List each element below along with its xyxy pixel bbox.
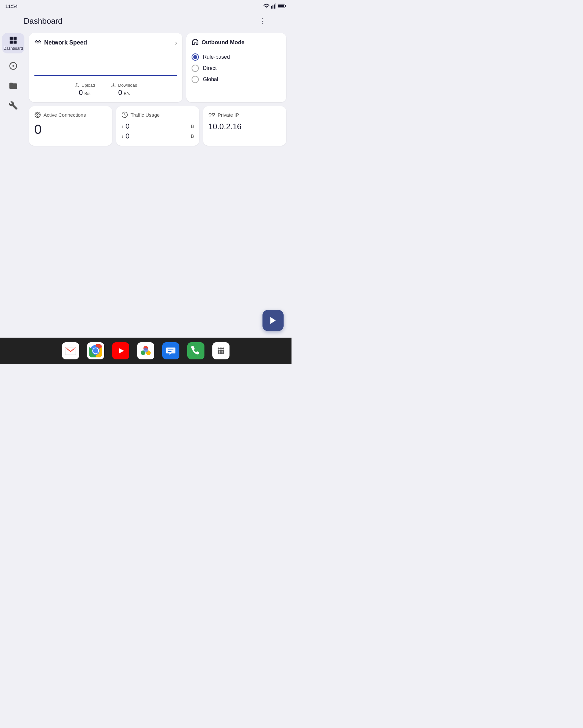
radio-circle-rule-based — [192, 53, 199, 61]
private-ip-icon — [208, 111, 215, 118]
traffic-download-unit: B — [191, 133, 194, 139]
traffic-upload-row: ↑ 0 B — [121, 122, 194, 131]
svg-point-53 — [218, 352, 220, 354]
svg-rect-5 — [285, 5, 286, 7]
app-drawer-icon — [214, 344, 228, 357]
svg-rect-8 — [14, 37, 17, 40]
connections-title: Active Connections — [44, 112, 86, 118]
more-button[interactable]: ⋮ — [258, 16, 268, 26]
svg-rect-7 — [10, 37, 13, 40]
traffic-rows: ↑ 0 B ↓ 0 B — [121, 122, 194, 140]
private-ip-title: Private IP — [218, 112, 239, 118]
traffic-upload-left: ↑ 0 — [121, 122, 130, 131]
content-area: Network Speed › Upload — [26, 30, 292, 338]
app-header: Dashboard ⋮ — [0, 12, 292, 30]
traffic-title-row: Traffic Usage — [121, 111, 194, 118]
sidebar-item-tools[interactable] — [2, 98, 24, 113]
svg-point-49 — [222, 347, 224, 349]
traffic-download-left: ↓ 0 — [121, 132, 130, 140]
outbound-title-row: Outbound Mode — [192, 38, 244, 47]
main-layout: Dashboard — [0, 30, 292, 338]
svg-rect-2 — [274, 5, 275, 8]
svg-rect-10 — [14, 41, 17, 44]
sidebar-item-proxy[interactable] — [2, 59, 24, 73]
radio-label-direct: Direct — [203, 65, 217, 71]
traffic-usage-card: Traffic Usage ↑ 0 B ↓ 0 — [116, 106, 199, 146]
svg-point-47 — [218, 347, 220, 349]
svg-point-12 — [12, 65, 14, 67]
dock-chrome[interactable] — [87, 342, 104, 359]
upload-stat: Upload 0 B/s — [74, 82, 95, 97]
connections-title-row: Active Connections — [34, 111, 107, 118]
status-time: 11:54 — [5, 3, 18, 9]
radio-global[interactable]: Global — [192, 76, 281, 83]
dock-photos[interactable] — [137, 342, 154, 359]
speed-chart-line — [34, 75, 177, 76]
download-label-row: Download — [111, 82, 137, 88]
dock-app-drawer[interactable] — [212, 342, 229, 359]
svg-point-51 — [220, 350, 222, 352]
dock-messages[interactable] — [162, 342, 179, 359]
wifi-icon — [263, 3, 270, 8]
chevron-right-icon[interactable]: › — [175, 39, 177, 47]
network-speed-title-row: Network Speed — [34, 38, 87, 47]
sidebar-item-files[interactable] — [2, 78, 24, 93]
private-ip-card: Private IP 10.0.2.16 — [203, 106, 286, 146]
svg-rect-0 — [271, 6, 272, 8]
top-row: Network Speed › Upload — [29, 33, 286, 102]
private-ip-title-row: Private IP — [208, 111, 281, 118]
network-speed-header: Network Speed › — [34, 38, 177, 47]
chrome-icon — [89, 344, 102, 357]
upload-label-row: Upload — [74, 82, 95, 88]
outbound-icon — [192, 38, 199, 47]
svg-point-55 — [222, 352, 224, 354]
proxy-icon — [8, 61, 18, 71]
network-speed-title: Network Speed — [44, 39, 87, 46]
youtube-icon — [114, 344, 127, 357]
svg-rect-23 — [209, 113, 211, 115]
dock-youtube[interactable] — [112, 342, 129, 359]
radio-rule-based[interactable]: Rule-based — [192, 53, 281, 61]
bottom-row: Active Connections 0 Traffic Usage — [29, 106, 286, 146]
svg-rect-1 — [272, 5, 273, 8]
traffic-download-row: ↓ 0 B — [121, 132, 194, 140]
dashboard-icon — [8, 35, 18, 45]
svg-rect-9 — [10, 41, 13, 44]
bottom-dock — [0, 338, 292, 364]
radio-direct[interactable]: Direct — [192, 64, 281, 72]
svg-marker-30 — [271, 317, 276, 324]
radio-label-global: Global — [203, 77, 218, 82]
messages-icon — [164, 344, 177, 357]
battery-icon — [278, 4, 286, 8]
download-icon — [111, 82, 116, 88]
svg-point-17 — [37, 114, 38, 115]
dock-phone[interactable] — [187, 342, 204, 359]
connections-icon — [34, 111, 41, 118]
network-speed-icon — [34, 38, 42, 47]
radio-label-rule-based: Rule-based — [203, 54, 230, 60]
svg-rect-6 — [278, 5, 284, 7]
traffic-upload-value: 0 — [126, 122, 130, 131]
dock-gmail[interactable] — [62, 342, 79, 359]
svg-rect-45 — [189, 344, 202, 357]
folder-icon — [8, 81, 18, 90]
phone-icon — [189, 344, 202, 357]
sidebar-item-dashboard[interactable]: Dashboard — [2, 33, 24, 53]
speed-stats: Upload 0 B/s Download — [34, 80, 177, 97]
network-speed-card: Network Speed › Upload — [29, 33, 182, 102]
sidebar-item-label-dashboard: Dashboard — [4, 46, 23, 51]
private-ip-value: 10.0.2.16 — [208, 122, 281, 131]
status-icons — [263, 3, 286, 9]
tools-icon — [8, 101, 18, 110]
gmail-icon — [65, 346, 76, 356]
radio-circle-global — [192, 76, 199, 83]
download-stat: Download 0 B/s — [111, 82, 137, 97]
speed-chart — [34, 49, 177, 76]
svg-point-52 — [222, 350, 224, 352]
upload-value-row: 0 B/s — [79, 88, 91, 97]
radio-circle-direct — [192, 64, 199, 72]
fab-play-button[interactable] — [262, 310, 284, 331]
play-icon — [269, 316, 278, 325]
download-value-row: 0 B/s — [118, 88, 130, 97]
signal-icon — [271, 3, 276, 9]
